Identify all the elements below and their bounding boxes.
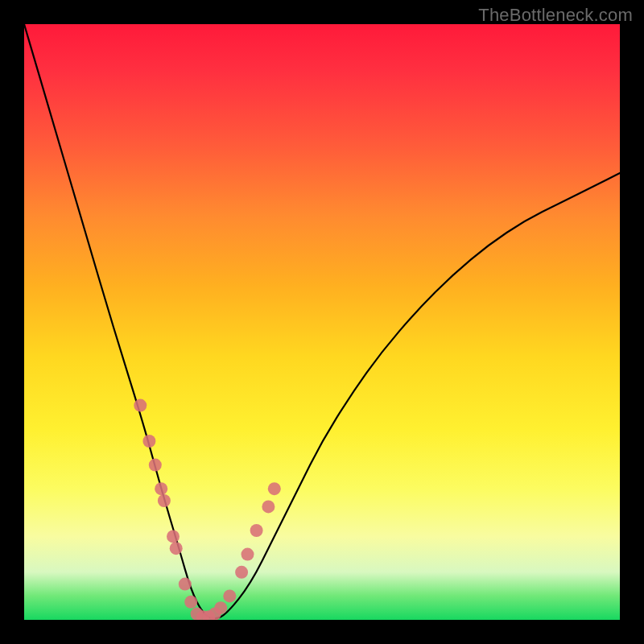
marker-dot: [250, 524, 263, 537]
marker-dot: [184, 596, 197, 609]
watermark-text: TheBottleneck.com: [478, 5, 633, 26]
bottleneck-curve: [24, 24, 620, 618]
marker-dot: [170, 542, 183, 555]
marker-dot: [167, 530, 180, 543]
marker-dot: [262, 500, 275, 513]
marker-dot: [149, 459, 162, 472]
marker-dot: [214, 601, 227, 614]
chart-frame: TheBottleneck.com: [0, 0, 644, 644]
marker-dot: [179, 578, 192, 591]
marker-dot: [242, 548, 254, 561]
plot-area: [24, 24, 620, 620]
marker-dot: [142, 435, 155, 448]
marker-dot: [223, 589, 236, 602]
marker-group: [134, 399, 280, 620]
marker-dot: [158, 494, 171, 507]
marker-dot: [155, 482, 167, 495]
curve-layer: [24, 24, 620, 620]
marker-dot: [134, 399, 147, 412]
marker-dot: [268, 482, 281, 495]
marker-dot: [235, 566, 248, 579]
